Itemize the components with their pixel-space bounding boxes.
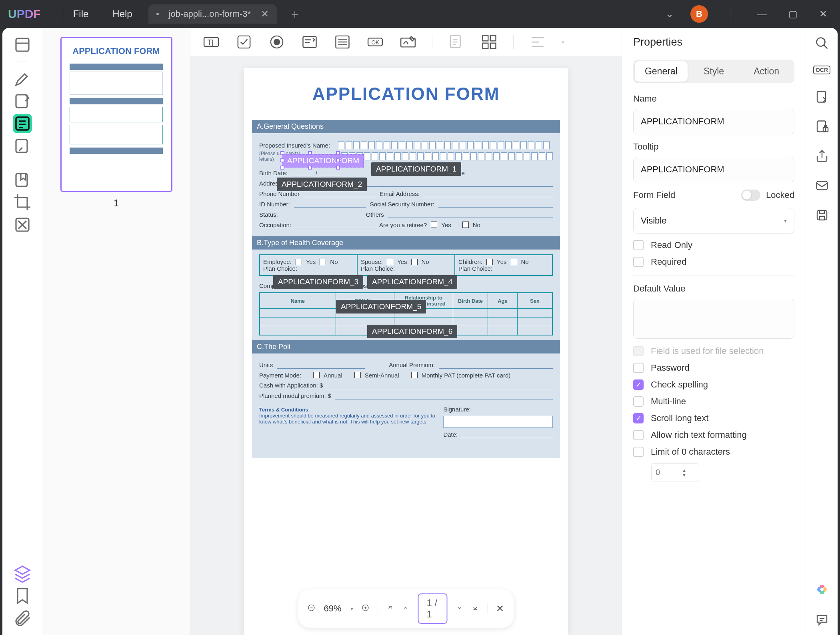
app-logo: UPDF <box>8 7 41 21</box>
svg-point-23 <box>816 38 825 46</box>
listbox-tool[interactable] <box>334 33 351 51</box>
tab-style[interactable]: Style <box>688 61 740 82</box>
ocr-icon[interactable]: OCR <box>813 66 830 74</box>
field-tag-4[interactable]: APPLICATIONFORM_4 <box>367 275 457 289</box>
tab-name: job-appli...on-form-3* <box>169 9 251 19</box>
signature-tool[interactable] <box>399 33 417 51</box>
maximize-button[interactable]: ▢ <box>784 6 802 22</box>
tab-general[interactable]: General <box>635 61 688 82</box>
redact-icon[interactable] <box>13 215 32 234</box>
page-tools-icon[interactable] <box>13 136 32 156</box>
password-checkbox[interactable] <box>633 363 644 373</box>
form-field-label: Form Field <box>633 190 675 200</box>
last-page-button[interactable] <box>472 605 478 613</box>
field-tag-2[interactable]: APPLICATIONFORM_2 <box>277 178 367 191</box>
tooltip-label: Tooltip <box>633 142 794 152</box>
field-tag-5[interactable]: APPLICATIONFORM_5 <box>336 300 426 314</box>
save-icon[interactable] <box>815 208 829 222</box>
grid-tool[interactable] <box>480 33 498 51</box>
svg-rect-0 <box>16 38 29 51</box>
text-field-tool[interactable]: T| <box>202 33 220 51</box>
dropdown-tool[interactable] <box>301 33 318 51</box>
thumbnails-icon[interactable] <box>13 35 32 54</box>
tab-action[interactable]: Action <box>740 61 793 82</box>
document-tab[interactable]: job-appli...on-form-3* ✕ <box>148 4 277 24</box>
svg-rect-17 <box>483 36 488 41</box>
next-page-button[interactable] <box>456 605 463 613</box>
mail-icon[interactable] <box>815 178 829 193</box>
name-input[interactable] <box>633 109 794 134</box>
minimize-button[interactable]: — <box>752 6 772 22</box>
svg-rect-28 <box>817 210 827 220</box>
svg-rect-18 <box>490 36 496 41</box>
align-chevron-icon[interactable]: ▾ <box>562 39 564 45</box>
multiline-checkbox[interactable] <box>633 396 644 407</box>
default-value-input[interactable] <box>633 299 794 339</box>
zoom-in-button[interactable] <box>362 604 369 613</box>
selected-field[interactable]: APPLICATIONFORM <box>282 154 364 168</box>
prev-page-button[interactable] <box>402 605 409 613</box>
close-toolbar-button[interactable]: ✕ <box>496 603 504 614</box>
align-tool[interactable] <box>529 33 546 51</box>
search-icon[interactable] <box>815 36 829 50</box>
bookmark-tool-icon[interactable] <box>13 170 32 190</box>
highlighter-icon[interactable] <box>13 69 32 88</box>
svg-text:OK: OK <box>371 40 380 46</box>
zoom-out-button[interactable] <box>308 604 315 613</box>
close-window-button[interactable]: ✕ <box>814 6 832 22</box>
page-view[interactable]: APPLICATION FORM A.General Questions Pro… <box>244 68 568 635</box>
required-checkbox[interactable] <box>633 257 644 267</box>
menu-file[interactable]: File <box>73 8 89 20</box>
checkbox-tool[interactable] <box>235 33 253 51</box>
ai-icon[interactable] <box>816 583 828 597</box>
field-tag-1[interactable]: APPLICATIONFORM_1 <box>371 162 461 176</box>
attachment-icon[interactable] <box>13 609 32 628</box>
edit-text-icon[interactable] <box>13 92 32 111</box>
button-tool[interactable]: OK <box>366 33 384 51</box>
svg-point-33 <box>820 588 824 591</box>
svg-rect-19 <box>483 43 488 49</box>
spell-checkbox[interactable] <box>633 379 644 390</box>
share-icon[interactable] <box>815 149 829 163</box>
crop-icon[interactable] <box>13 193 32 212</box>
limit-stepper[interactable]: ▲▼ <box>651 463 699 481</box>
add-tab-button[interactable]: ＋ <box>289 6 301 22</box>
default-value-label: Default Value <box>633 284 794 294</box>
locked-toggle[interactable] <box>741 190 760 201</box>
bookmark-icon[interactable] <box>13 586 32 605</box>
tab-dot-icon <box>156 13 159 15</box>
page-thumbnail[interactable]: APPLICATION FORM <box>60 37 172 192</box>
close-tab-icon[interactable]: ✕ <box>261 8 269 20</box>
svg-rect-20 <box>490 43 496 49</box>
form-assist-tool[interactable] <box>448 33 465 51</box>
first-page-button[interactable] <box>387 605 394 613</box>
avatar[interactable]: B <box>690 5 708 23</box>
convert-icon[interactable] <box>815 90 829 104</box>
menu-help[interactable]: Help <box>112 8 132 20</box>
dropdown-icon[interactable]: ⌄ <box>661 6 678 22</box>
comment-icon[interactable] <box>815 613 829 627</box>
tooltip-input[interactable] <box>633 157 794 182</box>
properties-title: Properties <box>633 36 794 48</box>
page-indicator[interactable]: 1 / 1 <box>418 593 448 624</box>
file-selection-checkbox <box>633 346 644 356</box>
layers-icon[interactable] <box>13 564 32 583</box>
section-c-header: C.The Poli <box>252 340 560 353</box>
limit-checkbox[interactable] <box>633 447 644 457</box>
svg-rect-3 <box>16 140 27 152</box>
readonly-checkbox[interactable] <box>633 240 644 250</box>
form-editor-icon[interactable] <box>13 114 32 133</box>
visibility-select[interactable]: Visible▾ <box>633 208 794 234</box>
svg-text:T|: T| <box>207 38 214 46</box>
scroll-checkbox[interactable] <box>633 413 644 423</box>
lock-doc-icon[interactable] <box>815 119 829 134</box>
rich-text-checkbox[interactable] <box>633 430 644 440</box>
zoom-chevron-icon[interactable]: ▾ <box>350 605 353 612</box>
field-tag-3[interactable]: APPLICATIONFORM_3 <box>273 275 363 289</box>
field-tag-6[interactable]: APPLICATIONFORM_6 <box>367 325 457 338</box>
svg-rect-1 <box>16 95 27 108</box>
radio-tool[interactable] <box>268 33 286 51</box>
svg-rect-8 <box>238 36 250 48</box>
thumb-page-number: 1 <box>114 198 119 209</box>
zoom-level[interactable]: 69% <box>324 603 341 614</box>
